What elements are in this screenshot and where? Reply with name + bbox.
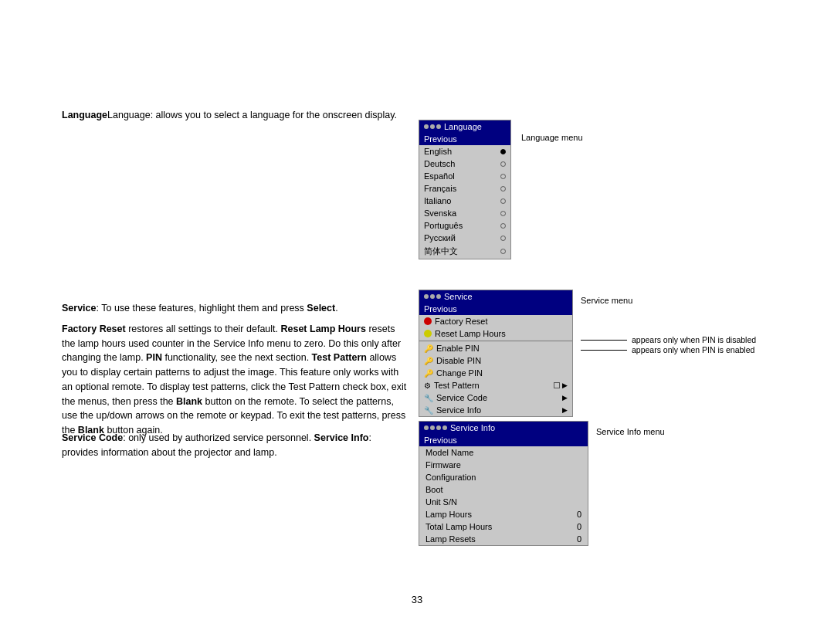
- language-italiano[interactable]: Italiano: [419, 195, 510, 207]
- enable-pin-icon: 🔑: [424, 344, 433, 353]
- language-russian[interactable]: Русский: [419, 232, 510, 244]
- service-dot-1: [424, 294, 429, 299]
- radio-english: [500, 149, 506, 154]
- model-name-label: Model Name: [425, 448, 473, 457]
- service-info-bold: Service Info: [314, 432, 369, 443]
- enable-pin-note-text: appears only when PIN is disabled: [632, 335, 756, 344]
- firmware-label: Firmware: [425, 460, 461, 469]
- service-previous-label: Previous: [424, 304, 457, 314]
- service-code-description: Service Code: only used by authorized se…: [62, 431, 409, 460]
- radio-italiano: [500, 198, 506, 204]
- service-code-label: Service Code: [436, 393, 487, 402]
- service-info-lamp-hours[interactable]: Lamp Hours 0: [419, 508, 588, 520]
- language-english-label: English: [424, 147, 452, 156]
- language-svenska[interactable]: Svenska: [419, 207, 510, 219]
- language-chinese[interactable]: 简体中文: [419, 244, 510, 259]
- language-espanol[interactable]: Español: [419, 170, 510, 182]
- service-info-model-name[interactable]: Model Name: [419, 446, 588, 459]
- disable-pin-note-text: appears only when PIN is enabled: [632, 345, 754, 354]
- service-previous-item[interactable]: Previous: [419, 303, 572, 315]
- service-info-configuration[interactable]: Configuration: [419, 471, 588, 483]
- reset-lamp-bold: Reset Lamp Hours: [280, 324, 365, 334]
- language-francais-label: Français: [424, 184, 456, 193]
- total-lamp-hours-value: 0: [577, 522, 581, 531]
- test-pattern-checkbox[interactable]: [554, 382, 560, 388]
- service-info-menu: Service Info Previous Model Name Firmwar…: [419, 421, 588, 546]
- service-info-firmware[interactable]: Firmware: [419, 459, 588, 471]
- radio-chinese: [500, 249, 506, 254]
- language-previous-label: Previous: [424, 134, 457, 144]
- language-deutsch[interactable]: Deutsch: [419, 158, 510, 170]
- service-info-icon: 🔧: [424, 406, 433, 415]
- language-portugues-label: Português: [424, 221, 463, 230]
- service-info-menu-label: Service Info menu: [596, 427, 665, 436]
- configuration-label: Configuration: [425, 473, 476, 482]
- total-lamp-hours-label: Total Lamp Hours: [425, 522, 492, 531]
- service-test-pattern[interactable]: ⚙ Test Pattern ▶: [419, 379, 572, 391]
- radio-svenska: [500, 211, 506, 216]
- service-info-arrow: ▶: [562, 406, 568, 414]
- test-pattern-bold: Test Pattern: [312, 352, 367, 363]
- lamp-resets-value: 0: [577, 534, 581, 544]
- service-change-pin[interactable]: 🔑 Change PIN: [419, 367, 572, 379]
- service-info-total-lamp-hours[interactable]: Total Lamp Hours 0: [419, 520, 588, 533]
- blank-bold: Blank: [176, 396, 202, 407]
- language-title-bar: Language: [419, 120, 510, 133]
- service-menu-title: Service: [444, 292, 473, 301]
- service-title-bar: Service: [419, 290, 572, 303]
- service-info-lamp-resets[interactable]: Lamp Resets 0: [419, 533, 588, 545]
- dot-2: [430, 124, 435, 129]
- language-previous-item[interactable]: Previous: [419, 133, 510, 145]
- page-number: 33: [412, 594, 422, 605]
- radio-espanol: [500, 174, 506, 179]
- factory-reset-bold: Factory Reset: [62, 324, 126, 334]
- language-italiano-label: Italiano: [424, 196, 451, 205]
- service-disable-pin[interactable]: 🔑 Disable PIN: [419, 354, 572, 367]
- lamp-resets-label: Lamp Resets: [425, 534, 476, 544]
- service-service-info[interactable]: 🔧 Service Info ▶: [419, 404, 572, 416]
- service-info-box: Service Info Previous Model Name Firmwar…: [419, 421, 588, 546]
- language-portugues[interactable]: Português: [419, 219, 510, 232]
- pin-text: functionality, see the next section.: [162, 352, 312, 363]
- service-enable-pin[interactable]: 🔑 Enable PIN: [419, 342, 572, 354]
- language-svenska-label: Svenska: [424, 208, 456, 218]
- service-info-title: Service Info: [450, 423, 495, 432]
- language-chinese-label: 简体中文: [424, 246, 458, 257]
- language-menu: Language Previous English Deutsch Españo…: [419, 120, 511, 259]
- boot-label: Boot: [425, 485, 443, 494]
- language-english[interactable]: English: [419, 145, 510, 158]
- language-russian-label: Русский: [424, 233, 456, 242]
- dot-1: [424, 124, 429, 129]
- disable-pin-note: appears only when PIN is enabled: [581, 345, 754, 354]
- service-info-dot-1: [424, 425, 429, 430]
- service-info-previous[interactable]: Previous: [419, 434, 588, 446]
- service-info-dots: [424, 425, 447, 430]
- service-factory-reset[interactable]: Factory Reset: [419, 315, 572, 327]
- lamp-hours-value: 0: [577, 510, 581, 519]
- change-pin-icon: 🔑: [424, 369, 433, 378]
- change-pin-label: Change PIN: [436, 368, 483, 378]
- language-francais[interactable]: Français: [419, 182, 510, 195]
- radio-russian: [500, 236, 506, 241]
- service-info-dot-2: [430, 425, 435, 430]
- lamp-hours-label: Lamp Hours: [425, 510, 472, 519]
- service-menu: Service Previous Factory Reset Reset Lam…: [419, 290, 573, 417]
- service-menu-dots: [424, 294, 441, 299]
- service-info-unit-sn[interactable]: Unit S/N: [419, 496, 588, 508]
- service-reset-lamp[interactable]: Reset Lamp Hours: [419, 327, 572, 340]
- language-deutsch-label: Deutsch: [424, 159, 455, 168]
- service-dot-3: [436, 294, 441, 299]
- service-text-1: : To use these features, highlight them …: [96, 303, 307, 314]
- dot-3: [436, 124, 441, 129]
- language-menu-box: Language Previous English Deutsch Españo…: [419, 120, 511, 259]
- radio-portugues: [500, 223, 506, 229]
- service-service-code[interactable]: 🔧 Service Code ▶: [419, 391, 572, 404]
- language-text: Language: allows you to select a languag…: [107, 110, 397, 120]
- service-menu-box: Service Previous Factory Reset Reset Lam…: [419, 290, 573, 417]
- factory-reset-icon: [424, 317, 432, 325]
- pin-bold: PIN: [146, 352, 162, 363]
- factory-reset-label: Factory Reset: [435, 317, 487, 326]
- service-info-boot[interactable]: Boot: [419, 483, 588, 496]
- service-info-previous-label: Previous: [424, 436, 457, 445]
- language-menu-label: Language menu: [521, 133, 583, 142]
